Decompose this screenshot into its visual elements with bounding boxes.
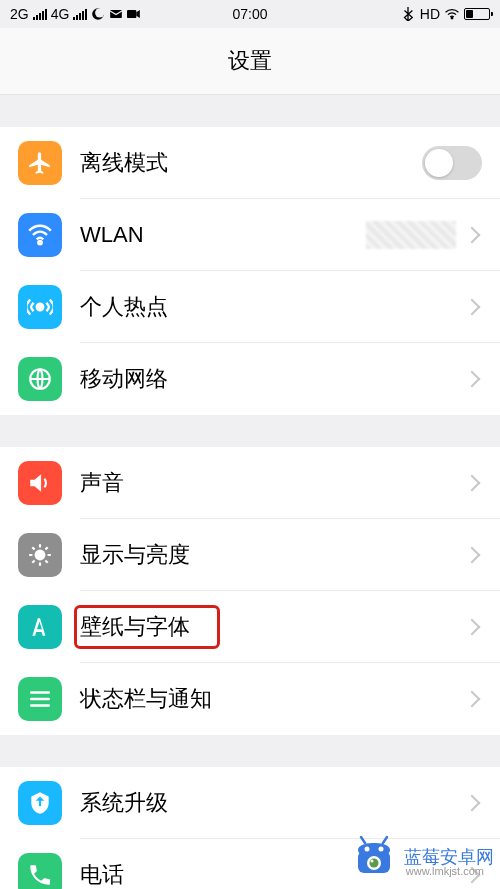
signal-icon-2 bbox=[73, 8, 87, 20]
airplane-toggle[interactable] bbox=[422, 146, 482, 180]
row-label: 个人热点 bbox=[80, 292, 466, 322]
row-hotspot[interactable]: 个人热点 bbox=[0, 271, 500, 343]
row-label: 移动网络 bbox=[80, 364, 466, 394]
section-display: 声音 显示与亮度 壁纸与字体 状态栏与通知 bbox=[0, 447, 500, 735]
chevron-right-icon bbox=[464, 227, 481, 244]
phone-icon bbox=[18, 853, 62, 889]
list-icon bbox=[18, 677, 62, 721]
chevron-right-icon bbox=[464, 619, 481, 636]
row-label: WLAN bbox=[80, 222, 366, 248]
chevron-right-icon bbox=[464, 795, 481, 812]
speaker-icon bbox=[18, 461, 62, 505]
chevron-right-icon bbox=[464, 691, 481, 708]
status-bar: 2G 4G 07:00 HD bbox=[0, 0, 500, 28]
android-robot-icon bbox=[350, 833, 398, 881]
mail-icon bbox=[109, 7, 123, 21]
status-time: 07:00 bbox=[232, 6, 267, 22]
row-system-update[interactable]: 系统升级 bbox=[0, 767, 500, 839]
network-2g-label: 2G bbox=[10, 6, 29, 22]
row-statusbar-notification[interactable]: 状态栏与通知 bbox=[0, 663, 500, 735]
header: 设置 bbox=[0, 28, 500, 95]
svg-point-17 bbox=[371, 860, 374, 863]
row-display-brightness[interactable]: 显示与亮度 bbox=[0, 519, 500, 591]
row-label: 系统升级 bbox=[80, 788, 466, 818]
watermark: 蓝莓安卓网 www.lmkjst.com bbox=[350, 833, 494, 881]
update-icon bbox=[18, 781, 62, 825]
moon-icon bbox=[91, 7, 105, 21]
row-wlan[interactable]: WLAN bbox=[0, 199, 500, 271]
wifi-icon bbox=[445, 7, 459, 21]
row-label: 显示与亮度 bbox=[80, 540, 466, 570]
chevron-right-icon bbox=[464, 547, 481, 564]
svg-line-14 bbox=[383, 837, 387, 843]
wifi-settings-icon bbox=[18, 213, 62, 257]
row-label: 壁纸与字体 bbox=[80, 612, 466, 642]
signal-icon bbox=[33, 8, 47, 20]
bluetooth-icon bbox=[401, 7, 415, 21]
svg-point-5 bbox=[38, 241, 41, 244]
svg-point-16 bbox=[370, 859, 379, 868]
watermark-url: www.lmkjst.com bbox=[406, 865, 484, 877]
svg-point-4 bbox=[451, 17, 453, 19]
font-icon bbox=[18, 605, 62, 649]
battery-icon bbox=[464, 8, 490, 20]
row-mobile-data[interactable]: 移动网络 bbox=[0, 343, 500, 415]
svg-rect-3 bbox=[127, 10, 136, 18]
svg-rect-10 bbox=[358, 843, 390, 857]
row-airplane-mode[interactable]: 离线模式 bbox=[0, 127, 500, 199]
watermark-text: 蓝莓安卓网 bbox=[404, 847, 494, 867]
video-icon bbox=[127, 7, 141, 21]
svg-point-11 bbox=[365, 847, 370, 852]
svg-point-8 bbox=[35, 550, 46, 561]
svg-point-1 bbox=[95, 8, 104, 17]
svg-point-6 bbox=[37, 304, 44, 311]
svg-line-13 bbox=[361, 837, 365, 843]
row-label: 离线模式 bbox=[80, 148, 422, 178]
brightness-icon bbox=[18, 533, 62, 577]
wlan-value-blurred bbox=[366, 221, 456, 249]
hd-label: HD bbox=[420, 6, 440, 22]
svg-point-12 bbox=[379, 847, 384, 852]
chevron-right-icon bbox=[464, 475, 481, 492]
row-label: 状态栏与通知 bbox=[80, 684, 466, 714]
network-4g-label: 4G bbox=[51, 6, 70, 22]
section-network: 离线模式 WLAN 个人热点 移动网络 bbox=[0, 127, 500, 415]
hotspot-icon bbox=[18, 285, 62, 329]
page-title: 设置 bbox=[0, 46, 500, 76]
row-sound[interactable]: 声音 bbox=[0, 447, 500, 519]
globe-icon bbox=[18, 357, 62, 401]
chevron-right-icon bbox=[464, 371, 481, 388]
row-wallpaper-font[interactable]: 壁纸与字体 bbox=[0, 591, 500, 663]
chevron-right-icon bbox=[464, 299, 481, 316]
row-label: 声音 bbox=[80, 468, 466, 498]
airplane-icon bbox=[18, 141, 62, 185]
